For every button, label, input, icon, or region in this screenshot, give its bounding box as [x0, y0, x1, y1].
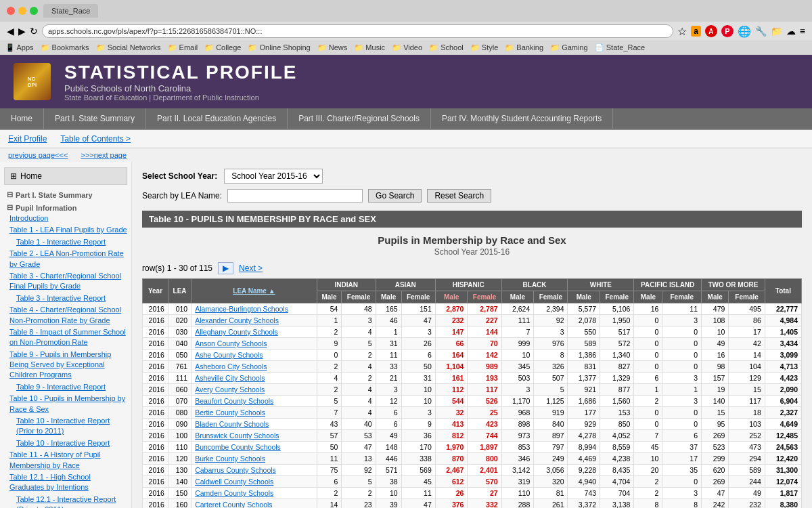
chrome-icon[interactable]: 🌐: [738, 25, 751, 38]
cell-lea-name[interactable]: Alleghany County Schools: [191, 326, 317, 338]
cell-lea-name[interactable]: Asheville City Schools: [191, 373, 317, 384]
cell-lea-name[interactable]: Alamance-Burlington Schools: [191, 303, 317, 315]
bookmark-bookmarks[interactable]: 📁 Bookmarks: [41, 43, 89, 52]
bookmark-video[interactable]: 📁 Video: [392, 43, 422, 52]
bookmark-staterace[interactable]: 📄 State_Race: [595, 43, 646, 52]
table-row: 2016 080 Bertie County Schools 7 4 6 3 3…: [143, 407, 802, 419]
bookmark-apps[interactable]: 📱 Apps: [5, 43, 34, 52]
bookmark-school[interactable]: 📁 School: [429, 43, 464, 52]
bookmark-college[interactable]: 📁 College: [204, 43, 241, 52]
cell-lea-name[interactable]: Alexander County Schools: [191, 315, 317, 326]
data-table: Year LEA LEA Name ▲ INDIAN ASIAN HISPANI…: [142, 278, 802, 508]
bookmark-email[interactable]: 📁 Email: [168, 43, 198, 52]
cell-if: 23: [342, 499, 376, 509]
star-icon[interactable]: ☆: [677, 25, 687, 38]
browser-icons: ☆ a A P 🌐 🔧 📁 ☁ ≡: [677, 25, 805, 38]
bookmark-social[interactable]: 📁 Social Networks: [96, 43, 161, 52]
col-black-male: Male: [501, 291, 534, 303]
table-of-contents-link[interactable]: Table of Contents >: [60, 134, 131, 144]
cell-lea-name[interactable]: Brunswick County Schools: [191, 430, 317, 442]
cell-lea-name[interactable]: Avery County Schools: [191, 384, 317, 396]
sidebar-table11[interactable]: Table 11 - A History of Pupil Membership…: [4, 450, 127, 471]
sidebar-table9-ir[interactable]: Table 9 - Interactive Report: [4, 382, 127, 392]
cell-lea-name[interactable]: Bertie County Schools: [191, 407, 317, 419]
bookmark-music[interactable]: 📁 Music: [354, 43, 385, 52]
next-page-link[interactable]: >>>next page: [81, 151, 127, 159]
bookmark-shopping[interactable]: 📁 Online Shoping: [248, 43, 310, 52]
sidebar-home[interactable]: ⊞ Home: [4, 167, 127, 185]
exit-profile-link[interactable]: Exit Profile: [8, 134, 47, 144]
ext-icon3[interactable]: ☁: [786, 26, 796, 37]
sidebar-table3-ir[interactable]: Table 3 - Interactive Report: [4, 293, 127, 303]
school-year-select[interactable]: School Year 2015-16: [224, 169, 323, 184]
go-search-button[interactable]: Go Search: [368, 189, 422, 203]
prev-page-link[interactable]: previous page<<<: [8, 151, 68, 159]
search-input[interactable]: [227, 189, 363, 203]
sidebar-table12-1-ir-prior[interactable]: Table 12.1 - Interactive Report (Prior t…: [4, 494, 127, 508]
bookmark-news[interactable]: 📁 News: [317, 43, 348, 52]
bookmark-banking[interactable]: 📁 Banking: [505, 43, 543, 52]
sidebar-table10-ir-prior[interactable]: Table 10 - Interactive Report (Prior to …: [4, 416, 127, 437]
nav-part3[interactable]: Part III. Charter/Regional Schools: [288, 108, 431, 129]
cell-im: 7: [317, 407, 342, 419]
collapse-icon2[interactable]: ⊟: [7, 203, 13, 212]
cell-lea-name[interactable]: Buncombe County Schools: [191, 442, 317, 453]
adblock-icon[interactable]: A: [705, 25, 717, 37]
forward-icon[interactable]: ▶: [18, 26, 26, 37]
lea-name-sort[interactable]: LEA Name ▲: [233, 287, 275, 295]
cell-lea-name[interactable]: Bladen County Schools: [191, 419, 317, 430]
reset-search-button[interactable]: Reset Search: [427, 189, 491, 203]
sidebar-table1[interactable]: Table 1 - LEA Final Pupils by Grade: [4, 225, 127, 235]
minimize-dot[interactable]: [18, 7, 26, 15]
cell-lea-name[interactable]: Camden County Schools: [191, 488, 317, 499]
cell-lea-name[interactable]: Caldwell County Schools: [191, 476, 317, 488]
ext-icon2[interactable]: 📁: [771, 26, 782, 37]
pagination-next[interactable]: ▶: [218, 262, 233, 274]
sidebar-table12-1[interactable]: Table 12.1 - High School Graduates by In…: [4, 472, 127, 493]
collapse-icon[interactable]: ⊟: [7, 190, 13, 199]
col-asian-group: ASIAN: [376, 279, 435, 291]
close-dot[interactable]: [7, 7, 15, 15]
nav-home[interactable]: Home: [0, 108, 44, 129]
next-link[interactable]: Next >: [239, 263, 263, 273]
bookmark-gaming[interactable]: 📁 Gaming: [550, 43, 588, 52]
cell-lea-name[interactable]: Carteret County Schools: [191, 499, 317, 509]
nav-part1[interactable]: Part I. State Summary: [44, 108, 146, 129]
cell-lea-name[interactable]: Beaufort County Schools: [191, 396, 317, 407]
maximize-dot[interactable]: [30, 7, 38, 15]
back-icon[interactable]: ◀: [7, 26, 14, 37]
sidebar-table1-ir[interactable]: Table 1 - Interactive Report: [4, 237, 127, 247]
menu-icon[interactable]: ≡: [800, 26, 805, 37]
sidebar-table2[interactable]: Table 2 - LEA Non-Promotion Rate by Grad…: [4, 249, 127, 270]
school-year-row: Select School Year: School Year 2015-16: [142, 169, 802, 184]
ext-icon1[interactable]: 🔧: [755, 26, 767, 37]
cell-lea-name[interactable]: Cabarrus County Schools: [191, 465, 317, 476]
nav-part4[interactable]: Part IV. Monthly Student Accounting Repo…: [431, 108, 613, 129]
amazon-icon[interactable]: a: [691, 26, 701, 37]
sidebar-table10-ir[interactable]: Table 10 - Interactive Report: [4, 438, 127, 448]
logo-image: NCDPI: [14, 63, 51, 100]
cell-wm: 1,386: [568, 350, 600, 361]
bookmark-style[interactable]: 📁 Style: [470, 43, 499, 52]
cell-if: 2: [342, 373, 376, 384]
cell-bm: 288: [501, 499, 534, 509]
col-indian-group: INDIAN: [317, 279, 376, 291]
browser-tab[interactable]: State_Race: [43, 4, 98, 18]
address-bar[interactable]: [42, 24, 673, 38]
sidebar-table10[interactable]: Table 10 - Pupils in Membership by Race …: [4, 394, 127, 415]
sidebar-table3[interactable]: Table 3 - Charter/Regional School Final …: [4, 271, 127, 292]
sidebar-intro[interactable]: Introduction: [4, 213, 127, 224]
nav-part2[interactable]: Part II. Local Education Agencies: [146, 108, 288, 129]
sidebar-table4[interactable]: Table 4 - Charter/Regional School Non-Pr…: [4, 305, 127, 326]
col-indian-male: Male: [317, 291, 342, 303]
cell-pm: 0: [634, 350, 662, 361]
cell-lea-name[interactable]: Ashe County Schools: [191, 350, 317, 361]
refresh-icon[interactable]: ↻: [30, 26, 38, 37]
cell-lea-name[interactable]: Anson County Schools: [191, 338, 317, 350]
cell-wf: 704: [600, 488, 634, 499]
sidebar-table9[interactable]: Table 9 - Pupils in Membership Being Ser…: [4, 350, 127, 381]
cell-lea-name[interactable]: Burke County Schools: [191, 453, 317, 465]
sidebar-table8[interactable]: Table 8 - Impact of Summer School on Non…: [4, 327, 127, 348]
pinterest-icon[interactable]: P: [721, 25, 734, 37]
cell-lea-name[interactable]: Asheboro City Schools: [191, 361, 317, 373]
